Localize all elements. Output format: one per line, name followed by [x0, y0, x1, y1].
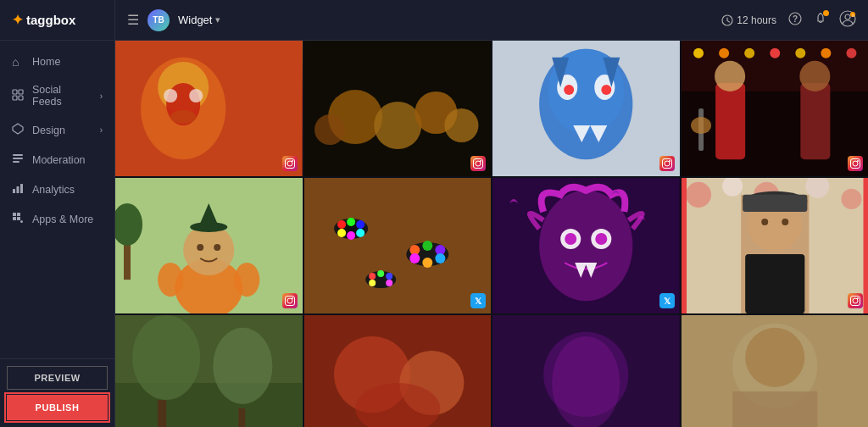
svg-rect-5: [13, 158, 23, 159]
time-value: 12 hours: [737, 14, 776, 26]
grid-item[interactable]: [682, 41, 869, 176]
apps-more-icon: [12, 212, 25, 226]
svg-rect-121: [863, 178, 868, 313]
source-icon-instagram: [848, 293, 863, 308]
svg-rect-138: [732, 391, 817, 427]
sidebar-item-label: Apps & More: [32, 214, 93, 225]
instagram-icon: [850, 158, 860, 169]
svg-point-112: [841, 189, 861, 209]
svg-rect-3: [19, 96, 23, 100]
help-icon[interactable]: ?: [788, 12, 802, 28]
grid-item[interactable]: [304, 315, 492, 427]
grid-item[interactable]: [115, 315, 303, 427]
svg-point-90: [422, 258, 432, 268]
svg-point-124: [132, 315, 200, 400]
svg-point-62: [799, 61, 830, 92]
svg-text:?: ?: [793, 14, 798, 24]
svg-point-91: [435, 253, 445, 263]
svg-rect-120: [682, 178, 687, 313]
sidebar-item-home[interactable]: ⌂ Home: [0, 47, 114, 76]
svg-point-108: [686, 182, 711, 208]
svg-point-104: [595, 233, 607, 245]
grid-item[interactable]: [115, 178, 303, 313]
user-profile-icon[interactable]: 1: [839, 10, 856, 30]
sidebar-nav: ⌂ Home Social Feeds › Design ›: [0, 41, 114, 358]
sidebar-item-label: Design: [32, 125, 65, 136]
svg-rect-12: [13, 217, 16, 220]
svg-point-54: [744, 48, 754, 58]
svg-point-79: [337, 220, 346, 229]
svg-point-58: [846, 48, 856, 58]
sidebar-item-social-feeds[interactable]: Social Feeds ›: [0, 76, 114, 115]
sidebar-bottom: PREVIEW PUBLISH: [0, 358, 114, 427]
svg-rect-10: [13, 213, 16, 216]
media-grid: 𝕏: [115, 41, 868, 427]
svg-point-97: [386, 280, 392, 286]
svg-rect-13: [17, 217, 20, 220]
grid-item[interactable]: [492, 315, 680, 427]
svg-point-81: [356, 220, 364, 229]
sidebar-item-design[interactable]: Design ›: [0, 115, 114, 145]
hamburger-icon[interactable]: ☰: [127, 12, 139, 28]
svg-point-68: [197, 244, 203, 251]
logo-area: ✦ taggbox: [0, 0, 114, 41]
chevron-down-icon: ▾: [215, 14, 220, 25]
chevron-right-icon: ›: [100, 92, 103, 101]
grid-item[interactable]: [682, 315, 869, 427]
svg-point-57: [821, 48, 831, 58]
grid-item[interactable]: [115, 41, 303, 176]
svg-point-100: [539, 191, 632, 301]
sidebar-item-moderation[interactable]: Moderation: [0, 145, 114, 175]
grid-item[interactable]: 𝕏: [492, 178, 680, 313]
grid-item[interactable]: [304, 41, 492, 176]
clock-icon: [721, 14, 733, 26]
grid-item[interactable]: [682, 178, 869, 313]
widget-selector[interactable]: Widget ▾: [178, 14, 220, 26]
svg-point-89: [409, 253, 420, 263]
topbar-right: 12 hours ?: [721, 10, 856, 30]
svg-point-82: [337, 229, 346, 237]
svg-point-14: [20, 220, 23, 223]
svg-rect-8: [17, 186, 19, 193]
time-label: 12 hours: [721, 14, 776, 26]
moderation-icon: [12, 152, 25, 167]
main-content: ☰ TB Widget ▾ 12 hours ?: [115, 0, 868, 427]
instagram-icon: [662, 158, 672, 169]
sidebar-item-analytics[interactable]: Analytics: [0, 175, 114, 204]
svg-rect-1: [19, 90, 23, 94]
source-icon-instagram: [282, 293, 298, 308]
source-icon-twitter: 𝕏: [470, 293, 486, 308]
svg-point-20: [845, 14, 850, 19]
svg-point-135: [552, 336, 620, 427]
notification-bell-icon[interactable]: [814, 12, 827, 28]
avatar: TB: [147, 9, 170, 31]
preview-button[interactable]: PREVIEW: [7, 366, 108, 390]
sidebar-item-label: Moderation: [32, 154, 86, 166]
instagram-icon: [285, 296, 295, 306]
source-icon-instagram: [470, 156, 486, 171]
svg-point-139: [745, 328, 804, 387]
svg-point-52: [693, 48, 704, 58]
svg-rect-76: [304, 178, 492, 313]
svg-point-94: [377, 270, 384, 277]
sidebar-item-apps-more[interactable]: Apps & More: [0, 204, 114, 234]
grid-item[interactable]: [492, 41, 680, 176]
grid-item[interactable]: 𝕏: [304, 178, 492, 313]
source-icon-instagram: [659, 156, 675, 171]
svg-rect-0: [13, 90, 17, 94]
svg-rect-123: [115, 383, 303, 427]
svg-point-72: [158, 263, 183, 297]
svg-rect-4: [13, 154, 23, 156]
svg-rect-61: [800, 83, 830, 159]
topbar: ☰ TB Widget ▾ 12 hours ?: [115, 0, 868, 41]
instagram-icon: [850, 296, 860, 306]
design-icon: [12, 123, 25, 137]
svg-point-96: [369, 280, 376, 286]
svg-rect-126: [158, 400, 166, 427]
publish-button[interactable]: PUBLISH: [7, 395, 108, 420]
svg-point-80: [347, 218, 355, 226]
svg-point-84: [356, 229, 364, 237]
home-icon: ⌂: [12, 55, 25, 69]
svg-rect-18: [820, 14, 822, 14]
analytics-icon: [12, 182, 25, 197]
